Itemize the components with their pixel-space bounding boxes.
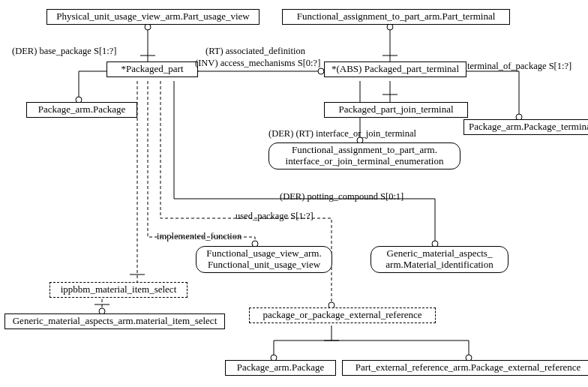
node-packaged-part-join-terminal: Packaged_part_join_terminal	[324, 102, 468, 118]
node-packaged-part: *Packaged_part	[106, 62, 198, 77]
label-implemented-function: implemented_function	[157, 232, 242, 242]
node-package-terminal: Package_arm.Package_terminal	[464, 119, 588, 135]
label-interface-or-join-terminal: (DER) (RT) interface_or_join_terminal	[268, 129, 416, 140]
node-ippbbm-material-item-select: ippbbm_material_item_select	[50, 282, 188, 298]
fuvv-line2: Functional_unit_usage_view	[208, 259, 320, 270]
enum-line2: interface_or_join_terminal_enumeration	[286, 155, 444, 166]
svg-point-9	[318, 68, 324, 74]
label-access-mechanisms: (INV) access_mechanisms S[0:?]	[195, 58, 320, 69]
node-package-arm-package-2: Package_arm.Package	[225, 360, 336, 376]
label-terminal-of-package: terminal_of_package S[1:?]	[467, 62, 572, 72]
node-interface-or-join-enum: Functional_assignment_to_part_arm. inter…	[268, 142, 460, 170]
node-physical-unit-usage-view: Physical_unit_usage_view_arm.Part_usage_…	[46, 9, 260, 25]
svg-point-4	[387, 24, 393, 30]
node-packaged-part-terminal: *(ABS) Packaged_part_terminal	[324, 62, 466, 77]
node-package-or-external-ref: package_or_package_external_reference	[249, 308, 436, 323]
svg-point-1	[145, 24, 151, 30]
label-base-package: (DER) base_package S[1:?]	[12, 46, 117, 57]
node-material-identification: Generic_material_aspects_ arm.Material_i…	[370, 246, 508, 273]
node-package-arm-package: Package_arm.Package	[26, 102, 137, 118]
node-functional-unit-usage-view: Functional_usage_view_arm. Functional_un…	[196, 246, 332, 273]
gma-line1: Generic_material_aspects_	[387, 248, 493, 259]
gma-line2: arm.Material_identification	[386, 259, 493, 270]
label-potting-compound: (DER) potting_compound S[0:1]	[280, 192, 404, 202]
enum-line1: Functional_assignment_to_part_arm.	[292, 144, 437, 155]
fuvv-line1: Functional_usage_view_arm.	[206, 248, 321, 259]
node-gma-material-item-select: Generic_material_aspects_arm.material_it…	[4, 314, 225, 329]
label-associated-definition: (RT) associated_definition	[206, 46, 305, 57]
label-used-package: used_package S[1:?]	[236, 212, 314, 222]
node-package-external-reference: Part_external_reference_arm.Package_exte…	[342, 360, 588, 376]
node-functional-assignment-part-terminal: Functional_assignment_to_part_arm.Part_t…	[282, 9, 510, 25]
